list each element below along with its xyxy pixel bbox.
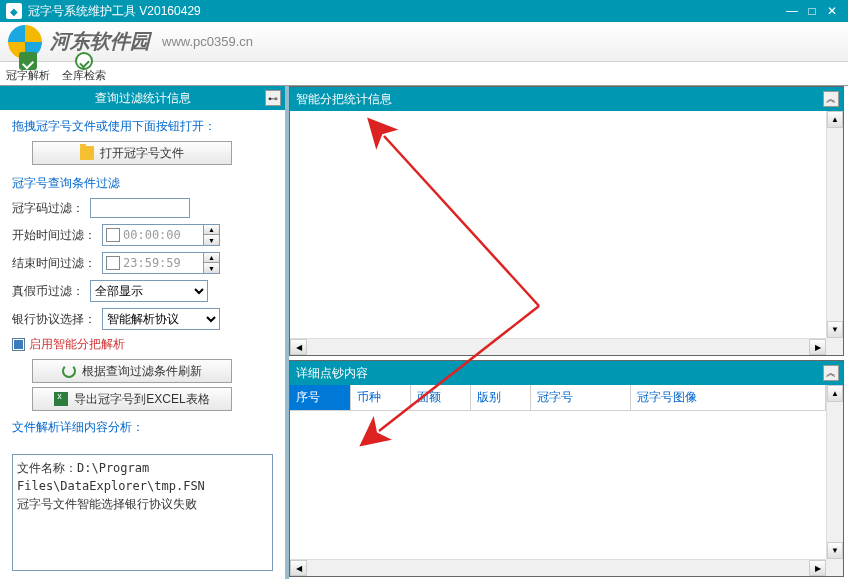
excel-icon (54, 392, 68, 406)
end-time-checkbox[interactable] (106, 256, 120, 270)
code-filter-input[interactable] (90, 198, 190, 218)
row-end-time: 结束时间过滤： 23:59:59 ▲▼ (12, 252, 273, 274)
end-time-label: 结束时间过滤： (12, 255, 96, 272)
app-icon: ◆ (6, 3, 22, 19)
detail-header: 详细点钞内容 ︽ (290, 361, 843, 385)
stats-title: 智能分把统计信息 (296, 91, 392, 108)
detail-title: 详细点钞内容 (296, 365, 368, 382)
detail-line-3: 冠字号文件智能选择银行协议失败 (17, 495, 268, 513)
left-panel: 查询过滤统计信息 ⊷ 拖拽冠字号文件或使用下面按钮打开： 打开冠字号文件 冠字号… (0, 86, 289, 579)
left-content: 拖拽冠字号文件或使用下面按钮打开： 打开冠字号文件 冠字号查询条件过滤 冠字码过… (0, 110, 285, 450)
code-filter-label: 冠字码过滤： (12, 200, 84, 217)
enable-smart-checkbox[interactable] (12, 338, 25, 351)
close-button[interactable]: ✕ (822, 3, 842, 19)
left-panel-title: 查询过滤统计信息 (95, 90, 191, 107)
detail-pane: 详细点钞内容 ︽ 序号 币种 面额 版别 冠字 (289, 360, 844, 577)
detail-vscroll[interactable]: ▲ ▼ (826, 385, 843, 559)
stats-header: 智能分把统计信息 ︽ (290, 87, 843, 111)
row-code-filter: 冠字码过滤： (12, 198, 273, 218)
detail-collapse-button[interactable]: ︽ (823, 365, 839, 381)
start-time-checkbox[interactable] (106, 228, 120, 242)
stats-collapse-button[interactable]: ︽ (823, 91, 839, 107)
start-time-spinner[interactable]: ▲▼ (203, 225, 219, 245)
scroll-down-icon[interactable]: ▼ (827, 542, 843, 559)
col-version[interactable]: 版别 (470, 385, 530, 411)
end-time-input[interactable]: 23:59:59 ▲▼ (102, 252, 220, 274)
main-toolbar: 冠字解析 全库检索 (0, 62, 848, 86)
detail-table-wrap: 序号 币种 面额 版别 冠字号 冠字号图像 (290, 385, 826, 559)
stats-body (290, 111, 826, 338)
real-fake-select[interactable]: 全部显示 (90, 280, 208, 302)
export-label: 导出冠字号到EXCEL表格 (74, 391, 209, 408)
stats-hscroll[interactable]: ◀ ▶ (290, 338, 826, 355)
maximize-button[interactable]: □ (802, 3, 822, 19)
detail-table: 序号 币种 面额 版别 冠字号 冠字号图像 (290, 385, 826, 411)
scroll-right-icon[interactable]: ▶ (809, 339, 826, 355)
open-file-button[interactable]: 打开冠字号文件 (32, 141, 232, 165)
refresh-button[interactable]: 根据查询过滤条件刷新 (32, 359, 232, 383)
scroll-down-icon[interactable]: ▼ (827, 321, 843, 338)
start-time-label: 开始时间过滤： (12, 227, 96, 244)
folder-icon (80, 146, 94, 160)
scroll-up-icon[interactable]: ▲ (827, 385, 843, 402)
drag-hint-label: 拖拽冠字号文件或使用下面按钮打开： (12, 118, 273, 135)
scroll-left-icon[interactable]: ◀ (290, 560, 307, 576)
start-time-input[interactable]: 00:00:00 ▲▼ (102, 224, 220, 246)
analysis-detail-box[interactable]: 文件名称：D:\Program Files\DataExplorer\tmp.F… (12, 454, 273, 571)
real-fake-label: 真假币过滤： (12, 283, 84, 300)
search-icon (75, 52, 93, 70)
export-excel-button[interactable]: 导出冠字号到EXCEL表格 (32, 387, 232, 411)
stats-vscroll[interactable]: ▲ ▼ (826, 111, 843, 338)
tool-search[interactable]: 全库检索 (56, 52, 112, 85)
end-time-value: 23:59:59 (123, 256, 203, 270)
enable-smart-label: 启用智能分把解析 (29, 336, 125, 353)
row-real-fake: 真假币过滤： 全部显示 (12, 280, 273, 302)
detail-hscroll[interactable]: ◀ ▶ (290, 559, 826, 576)
parse-icon (19, 52, 37, 70)
open-file-label: 打开冠字号文件 (100, 145, 184, 162)
col-seq[interactable]: 序号 (290, 385, 350, 411)
detail-line-1: 文件名称：D:\Program Files\DataExplorer\tmp.F… (17, 459, 268, 495)
tool-parse-label: 冠字解析 (6, 68, 50, 83)
end-time-spinner[interactable]: ▲▼ (203, 253, 219, 273)
start-time-value: 00:00:00 (123, 228, 203, 242)
row-start-time: 开始时间过滤： 00:00:00 ▲▼ (12, 224, 273, 246)
right-panel: 智能分把统计信息 ︽ ◀ ▶ ▲ ▼ (289, 86, 848, 579)
scroll-up-icon[interactable]: ▲ (827, 111, 843, 128)
tool-parse[interactable]: 冠字解析 (0, 52, 56, 85)
stats-pane: 智能分把统计信息 ︽ ◀ ▶ ▲ ▼ (289, 86, 844, 356)
protocol-select[interactable]: 智能解析协议 (102, 308, 220, 330)
col-denom[interactable]: 面额 (410, 385, 470, 411)
scroll-left-icon[interactable]: ◀ (290, 339, 307, 355)
protocol-label: 银行协议选择： (12, 311, 96, 328)
scroll-right-icon[interactable]: ▶ (809, 560, 826, 576)
brand-text: 河东软件园 (50, 28, 150, 55)
pin-button[interactable]: ⊷ (265, 90, 281, 106)
banner: 河东软件园 www.pc0359.cn (0, 22, 848, 62)
row-protocol: 银行协议选择： 智能解析协议 (12, 308, 273, 330)
left-panel-header: 查询过滤统计信息 ⊷ (0, 86, 285, 110)
refresh-icon (62, 364, 76, 378)
analysis-section-label: 文件解析详细内容分析： (12, 419, 273, 436)
col-currency[interactable]: 币种 (350, 385, 410, 411)
main-area: 查询过滤统计信息 ⊷ 拖拽冠字号文件或使用下面按钮打开： 打开冠字号文件 冠字号… (0, 86, 848, 579)
site-url: www.pc0359.cn (162, 34, 253, 49)
col-crown-image[interactable]: 冠字号图像 (630, 385, 826, 411)
minimize-button[interactable]: — (782, 3, 802, 19)
filter-section-label: 冠字号查询条件过滤 (12, 175, 273, 192)
window-title: 冠字号系统维护工具 V20160429 (28, 3, 782, 20)
title-bar: ◆ 冠字号系统维护工具 V20160429 — □ ✕ (0, 0, 848, 22)
refresh-label: 根据查询过滤条件刷新 (82, 363, 202, 380)
row-enable-smart[interactable]: 启用智能分把解析 (12, 336, 273, 353)
tool-search-label: 全库检索 (62, 68, 106, 83)
col-crown[interactable]: 冠字号 (530, 385, 630, 411)
